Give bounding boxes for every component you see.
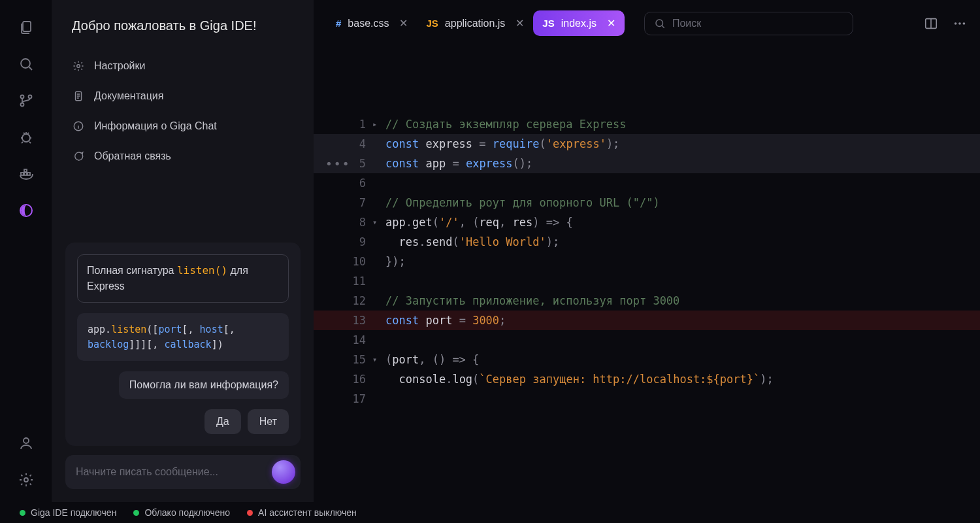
svg-point-3 xyxy=(28,95,31,99)
sidebar-item-docs[interactable]: Документация xyxy=(64,82,302,110)
line-number: 6 xyxy=(314,177,372,190)
code-content: app.get('/', (req, res) => { xyxy=(385,216,573,229)
code-content: console.log(`Сервер запущен: http://loca… xyxy=(385,373,774,386)
code-line[interactable]: 14 xyxy=(314,330,980,350)
code-content: const port = 3000; xyxy=(385,314,506,327)
line-number: 4 xyxy=(314,137,372,150)
status-label: Облако подключено xyxy=(144,507,230,518)
status-dot-icon xyxy=(133,510,139,516)
chat-user-question: Полная сигнатура listen() для Express xyxy=(77,254,289,303)
tab-base-css[interactable]: #base.css✕ xyxy=(327,10,417,36)
status-item: AI ассистент выключен xyxy=(247,507,357,518)
sidebar-item-label: Информация о Giga Chat xyxy=(94,120,217,132)
svg-point-4 xyxy=(20,103,24,107)
line-number: 11 xyxy=(314,275,372,288)
code-line[interactable]: 6 xyxy=(314,173,980,193)
line-number: 1 xyxy=(314,118,372,131)
chat-code-answer: app.listen([port[, host[, backlog]]][, c… xyxy=(77,313,289,361)
files-icon[interactable] xyxy=(17,18,35,37)
more-icon[interactable] xyxy=(953,16,967,31)
split-editor-icon[interactable] xyxy=(924,16,938,31)
editor-tabs: #base.css✕JSapplication.js✕JSindex.js✕ xyxy=(327,10,625,36)
line-number: 12 xyxy=(314,294,372,307)
code-line[interactable]: 10}); xyxy=(314,252,980,271)
code-line[interactable]: 8▾app.get('/', (req, res) => { xyxy=(314,212,980,232)
activity-bar xyxy=(0,0,52,502)
svg-rect-6 xyxy=(21,173,24,175)
tab-application-js[interactable]: JSapplication.js✕ xyxy=(417,10,533,36)
chat-bubble-icon xyxy=(72,150,85,163)
code-line[interactable]: 7// Определить роут для опорного URL ("/… xyxy=(314,193,980,212)
sidebar-item-gigachat-info[interactable]: Информация о Giga Chat xyxy=(64,112,302,141)
fold-icon[interactable]: ▸ xyxy=(372,120,385,129)
code-editor[interactable]: 1▸// Создать экземпляр сервера Express4c… xyxy=(314,36,980,502)
code-content: // Запустить приложение, используя порт … xyxy=(385,294,679,307)
close-icon[interactable]: ✕ xyxy=(607,17,615,29)
chat-input[interactable] xyxy=(76,466,265,478)
ellipsis-icon[interactable]: ••• xyxy=(325,157,351,171)
chat-yes-button[interactable]: Да xyxy=(204,409,241,434)
code-content: }); xyxy=(385,255,406,268)
svg-point-19 xyxy=(958,22,961,25)
chat-followup-question: Помогла ли вам информация? xyxy=(119,371,289,399)
svg-point-11 xyxy=(24,438,29,443)
user-icon[interactable] xyxy=(17,434,35,452)
line-number: 14 xyxy=(314,333,372,346)
close-icon[interactable]: ✕ xyxy=(515,17,524,29)
sidebar-item-feedback[interactable]: Обратная связь xyxy=(64,142,302,171)
fold-icon[interactable]: ▾ xyxy=(372,218,385,227)
line-number: 10 xyxy=(314,255,372,268)
code-line[interactable]: 16 console.log(`Сервер запущен: http://l… xyxy=(314,369,980,389)
code-line[interactable]: 9 res.send('Hello World'); xyxy=(314,232,980,252)
chat-no-button[interactable]: Нет xyxy=(248,409,289,434)
css-file-icon: # xyxy=(336,18,341,29)
svg-point-5 xyxy=(22,134,30,142)
tab-label: index.js xyxy=(561,18,596,29)
status-bar: Giga IDE подключенОблако подключеноAI ас… xyxy=(0,502,980,523)
gear-icon[interactable] xyxy=(17,471,35,489)
code-line[interactable]: 1▸// Создать экземпляр сервера Express xyxy=(314,114,980,134)
bug-icon[interactable] xyxy=(17,128,35,146)
fold-icon[interactable]: ▾ xyxy=(372,355,385,364)
code-line[interactable]: •••5const app = express(); xyxy=(314,154,980,173)
svg-point-18 xyxy=(955,22,957,25)
code-line[interactable]: 11 xyxy=(314,271,980,291)
line-number: 17 xyxy=(314,392,372,405)
status-dot-icon xyxy=(247,510,253,516)
gear-icon xyxy=(72,59,85,73)
close-icon[interactable]: ✕ xyxy=(399,17,408,29)
ai-assistant-icon[interactable] xyxy=(17,201,35,220)
code-line[interactable]: 13const port = 3000; xyxy=(314,311,980,330)
line-number: 15 xyxy=(314,353,372,366)
chat-send-button[interactable] xyxy=(272,460,295,484)
sidebar-item-settings[interactable]: Настройки xyxy=(64,52,302,80)
git-branch-icon[interactable] xyxy=(17,92,35,110)
status-item: Облако подключено xyxy=(133,507,230,518)
code-content: // Определить роут для опорного URL ("/"… xyxy=(385,196,660,209)
tab-label: application.js xyxy=(445,18,506,29)
status-label: AI ассистент выключен xyxy=(258,507,357,518)
svg-point-2 xyxy=(20,95,24,99)
code-content: // Создать экземпляр сервера Express xyxy=(385,118,626,131)
search-icon[interactable] xyxy=(17,55,35,73)
top-bar: #base.css✕JSapplication.js✕JSindex.js✕ xyxy=(314,0,980,36)
svg-point-1 xyxy=(21,59,30,68)
document-icon xyxy=(72,90,85,103)
line-number: 16 xyxy=(314,373,372,386)
side-panel: Добро пожаловать в Giga IDE! Настройки Д… xyxy=(52,0,314,502)
tab-label: base.css xyxy=(348,18,389,29)
code-line[interactable]: 15▾(port, () => { xyxy=(314,350,980,369)
docker-icon[interactable] xyxy=(17,165,35,183)
status-label: Giga IDE подключен xyxy=(31,507,116,518)
welcome-title: Добро пожаловать в Giga IDE! xyxy=(52,18,314,52)
tab-index-js[interactable]: JSindex.js✕ xyxy=(533,10,625,36)
code-line[interactable]: 17 xyxy=(314,389,980,409)
search-input[interactable] xyxy=(672,18,843,29)
svg-point-12 xyxy=(24,478,28,482)
svg-rect-0 xyxy=(23,22,31,31)
svg-rect-7 xyxy=(24,173,27,175)
search-box[interactable] xyxy=(644,12,853,35)
code-line[interactable]: 12// Запустить приложение, используя пор… xyxy=(314,291,980,311)
line-number: 13 xyxy=(314,314,372,327)
code-line[interactable]: 4const express = require('express'); xyxy=(314,134,980,154)
